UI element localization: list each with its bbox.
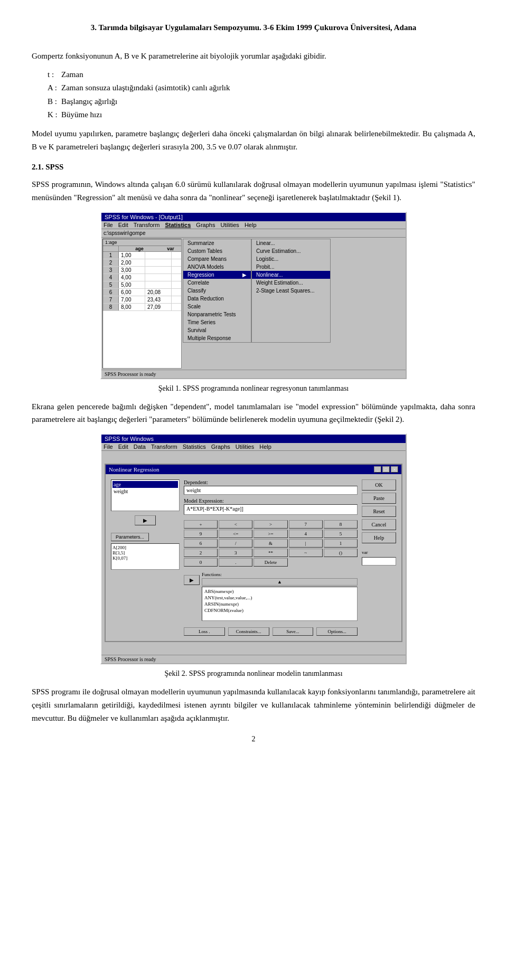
fig2-menu-data[interactable]: Data bbox=[134, 444, 146, 450]
fig1-status-text: SPSS Processor is ready bbox=[105, 371, 156, 377]
submenu-curve-estimation[interactable]: Curve Estimation... bbox=[252, 247, 330, 255]
params-table: t : Zaman A : Zaman sonsuza ulaştığındak… bbox=[48, 68, 475, 122]
menu-item-correlate[interactable]: Correlate bbox=[183, 279, 251, 287]
menu-item-anova[interactable]: ANOVA Models bbox=[183, 263, 251, 271]
func-arrow-button[interactable]: ▶ bbox=[184, 575, 200, 585]
options-button[interactable]: Options... bbox=[316, 627, 358, 636]
arrow-button[interactable]: ▶ bbox=[135, 515, 156, 525]
menu-file[interactable]: File bbox=[104, 222, 113, 228]
submenu-logistic[interactable]: Logistic... bbox=[252, 255, 330, 263]
func-arsin[interactable]: ARSIN(numexpr) bbox=[203, 601, 356, 607]
numpad-pow[interactable]: ** bbox=[253, 549, 287, 557]
params-listbox[interactable]: A[200] B[3,5] K[0,07] bbox=[111, 543, 180, 570]
maximize-button[interactable]: □ bbox=[382, 466, 390, 473]
functions-listbox[interactable]: ABS(numexpr) ANY(test,value,value,...) A… bbox=[202, 587, 358, 621]
cancel-button[interactable]: Cancel bbox=[362, 519, 396, 530]
fig1-col-header: 1:age bbox=[103, 239, 181, 246]
func-cdfnorm[interactable]: CDFNORM(zvalue) bbox=[203, 607, 356, 614]
submenu-two-stage[interactable]: 2-Stage Least Squares... bbox=[252, 287, 330, 295]
numpad-8[interactable]: 8 bbox=[324, 520, 358, 529]
menu-item-custom-tables[interactable]: Custom Tables bbox=[183, 247, 251, 255]
numpad-6[interactable]: 6 bbox=[184, 539, 218, 548]
submenu-linear[interactable]: Linear... bbox=[252, 239, 330, 247]
func-abs[interactable]: ABS(numexpr) bbox=[203, 588, 356, 595]
menu-item-scale[interactable]: Scale bbox=[183, 303, 251, 310]
help-button[interactable]: Help bbox=[362, 532, 396, 543]
menu-item-summarize[interactable]: Summarize bbox=[183, 239, 251, 247]
dialog-left-panel: age weight ▶ Parameters... A[200] B[3,5]… bbox=[111, 479, 180, 636]
numpad-or[interactable]: | bbox=[289, 539, 323, 548]
model-expr-label: Model Expression: bbox=[184, 498, 358, 504]
numpad-5[interactable]: 5 bbox=[324, 530, 358, 538]
numpad-parens[interactable]: () bbox=[324, 549, 358, 557]
fig1-desc-text: Ekrana gelen pencerede bağımlı değişken … bbox=[32, 400, 475, 427]
numpad-0[interactable]: 0 bbox=[184, 558, 218, 567]
parameters-button[interactable]: Parameters... bbox=[111, 533, 149, 541]
fig2-menu-help[interactable]: Help bbox=[259, 444, 271, 450]
numpad-2[interactable]: 2 bbox=[184, 549, 218, 557]
fig2-menu-statistics[interactable]: Statistics bbox=[183, 444, 206, 450]
fig2-menu-utilities[interactable]: Utilities bbox=[236, 444, 254, 450]
numpad-not[interactable]: ~ bbox=[289, 549, 323, 557]
menu-item-multiple-response[interactable]: Multiple Response bbox=[183, 334, 251, 342]
parameters-section: Parameters... A[200] B[3,5] K[0,07] bbox=[111, 532, 180, 570]
menu-item-time-series[interactable]: Time Series bbox=[183, 318, 251, 326]
submenu-nonlinear[interactable]: Nonlinear... bbox=[252, 271, 330, 279]
figure2-window: SPSS for Windows File Edit Data Transfor… bbox=[100, 434, 407, 664]
constraints-button[interactable]: Constraints... bbox=[228, 627, 269, 636]
menu-item-data-reduction[interactable]: Data Reduction bbox=[183, 295, 251, 303]
numpad-lte[interactable]: <= bbox=[219, 530, 252, 538]
listbox-item-weight[interactable]: weight bbox=[112, 488, 178, 495]
numpad-gt[interactable]: > bbox=[253, 520, 287, 529]
section-21-para1: SPSS programının, Windows altında çalışa… bbox=[32, 178, 475, 204]
paste-button[interactable]: Paste bbox=[362, 493, 396, 504]
menu-edit[interactable]: Edit bbox=[118, 222, 128, 228]
fig2-menu-file[interactable]: File bbox=[104, 444, 113, 450]
minimize-button[interactable]: _ bbox=[374, 466, 381, 473]
listbox-item-age[interactable]: age bbox=[112, 481, 178, 488]
ok-button[interactable]: OK bbox=[362, 479, 396, 491]
numpad-4[interactable]: 4 bbox=[289, 530, 323, 538]
numpad-lt[interactable]: < bbox=[219, 520, 252, 529]
fig2-menu-graphs[interactable]: Graphs bbox=[211, 444, 230, 450]
functions-label: Functions: bbox=[202, 572, 358, 577]
menu-item-nonparametric[interactable]: Nonparametric Tests bbox=[183, 310, 251, 318]
menu-graphs[interactable]: Graphs bbox=[196, 222, 215, 228]
variable-listbox[interactable]: age weight bbox=[111, 479, 180, 511]
numpad-3[interactable]: 3 bbox=[219, 549, 252, 557]
intro-para1: Gompertz fonksiyonunun A, B ve K paramet… bbox=[32, 50, 475, 63]
close-button[interactable]: × bbox=[391, 466, 398, 473]
numpad-dot[interactable]: . bbox=[219, 558, 252, 567]
menu-item-regression[interactable]: Regression ▶ bbox=[183, 271, 251, 279]
menu-item-survival[interactable]: Survival bbox=[183, 326, 251, 334]
numpad-and[interactable]: & bbox=[253, 539, 287, 548]
func-any[interactable]: ANY(test,value,value,...) bbox=[203, 595, 356, 601]
submenu-probit[interactable]: Probit... bbox=[252, 263, 330, 271]
func-up-arrow[interactable]: ▲ bbox=[202, 578, 358, 586]
numpad-gte[interactable]: >= bbox=[253, 530, 287, 538]
data-row-6: 66,0020,08 bbox=[103, 289, 181, 296]
loss-button[interactable]: Loss . bbox=[184, 627, 225, 636]
menu-item-compare-means[interactable]: Compare Means bbox=[183, 255, 251, 263]
reset-button[interactable]: Reset bbox=[362, 506, 396, 517]
numpad-1[interactable]: 1 bbox=[324, 539, 358, 548]
numpad-div[interactable]: / bbox=[219, 539, 252, 548]
submenu-weight-estimation[interactable]: Weight Estimation... bbox=[252, 279, 330, 287]
fig2-menu-transform[interactable]: Transform bbox=[151, 444, 177, 450]
numpad-plus[interactable]: + bbox=[184, 520, 218, 529]
numpad-7[interactable]: 7 bbox=[289, 520, 323, 529]
menu-transform[interactable]: Transform bbox=[134, 222, 160, 228]
dependent-value[interactable]: weight bbox=[184, 486, 358, 495]
menu-statistics[interactable]: Statistics bbox=[165, 222, 191, 228]
fig2-menu-edit[interactable]: Edit bbox=[118, 444, 128, 450]
numpad-delete[interactable]: Delete bbox=[253, 558, 287, 567]
menu-help[interactable]: Help bbox=[245, 222, 257, 228]
fig1-popup-menus: Summarize Custom Tables Compare Means AN… bbox=[183, 239, 331, 343]
fig2-dialog-area: Nonlinear Regression _ □ × age weight ▶ bbox=[101, 451, 406, 655]
model-expr-value[interactable]: A*EXP[-B*EXP[-K*age]] bbox=[184, 504, 358, 515]
intro-para2: Model uyumu yapılırken, parametre başlan… bbox=[32, 127, 475, 154]
menu-utilities[interactable]: Utilities bbox=[220, 222, 239, 228]
numpad-9[interactable]: 9 bbox=[184, 530, 218, 538]
save-button[interactable]: Save... bbox=[273, 627, 314, 636]
menu-item-classify[interactable]: Classify bbox=[183, 287, 251, 295]
